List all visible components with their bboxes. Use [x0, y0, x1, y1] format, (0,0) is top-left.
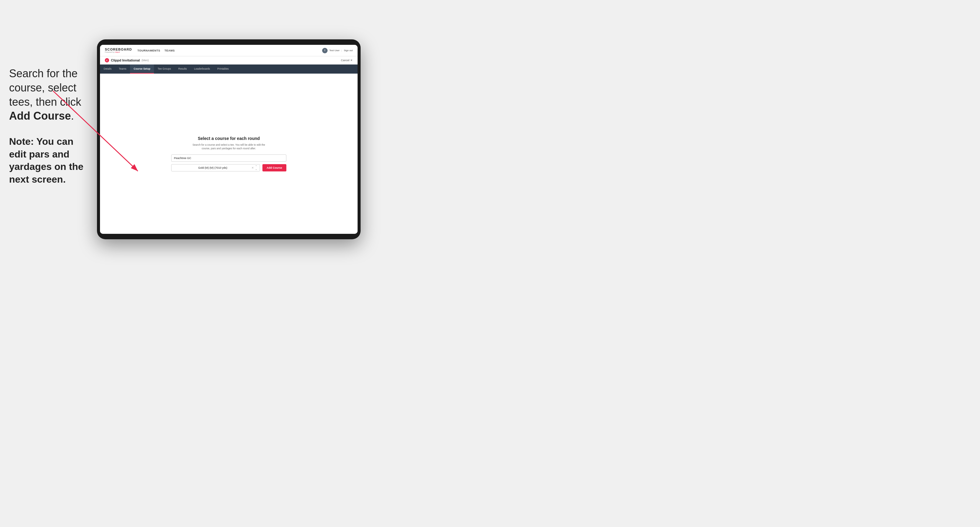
- tab-course-setup[interactable]: Course Setup: [130, 65, 154, 74]
- tee-select-row: Gold (M) (M) (7010 yds) ✕ ⌃⌄ Add Course: [171, 164, 286, 171]
- logo-text: SCOREBOARD: [105, 48, 132, 51]
- tab-printables[interactable]: Printables: [214, 65, 232, 74]
- navbar-right: T Test User | Sign out: [322, 48, 353, 53]
- sign-out-link[interactable]: Sign out: [344, 49, 353, 52]
- course-search-input[interactable]: [171, 154, 286, 162]
- tee-select-label: Gold (M) (M) (7010 yds): [174, 166, 251, 169]
- pipe: |: [342, 49, 342, 52]
- nav-links: TOURNAMENTS TEAMS: [137, 49, 175, 52]
- instruction-panel: Search for the course, select tees, then…: [9, 67, 99, 186]
- instruction-main: Search for the course, select tees, then…: [9, 67, 99, 123]
- select-course-card: Select a course for each round Search fo…: [171, 136, 286, 172]
- navbar-left: SCOREBOARD Powered by clippd TOURNAMENTS…: [105, 48, 175, 53]
- user-avatar: T: [322, 48, 328, 53]
- tee-select-controls: ✕ ⌃⌄: [251, 165, 257, 170]
- user-name: Test User: [329, 49, 340, 52]
- tab-results[interactable]: Results: [175, 65, 190, 74]
- tee-select-wrapper[interactable]: Gold (M) (M) (7010 yds) ✕ ⌃⌄: [171, 164, 260, 171]
- tablet-device: SCOREBOARD Powered by clippd TOURNAMENTS…: [97, 40, 361, 239]
- cancel-button[interactable]: Cancel ✕: [341, 59, 353, 62]
- instruction-note: Note: You can edit pars and yardages on …: [9, 135, 99, 186]
- logo-sub: Powered by clippd: [105, 51, 132, 53]
- tournament-title-row: C Clippd Invitational (Men): [105, 58, 149, 62]
- add-course-button[interactable]: Add Course: [262, 164, 286, 171]
- sub-nav: Details Teams Course Setup Tee Groups Re…: [100, 65, 358, 74]
- tee-clear-icon[interactable]: ✕: [251, 166, 254, 169]
- tournament-gender: (Men): [142, 59, 149, 62]
- select-course-title: Select a course for each round: [171, 136, 286, 141]
- nav-teams[interactable]: TEAMS: [165, 49, 175, 52]
- tee-arrows-icon[interactable]: ⌃⌄: [255, 165, 257, 170]
- nav-tournaments[interactable]: TOURNAMENTS: [137, 49, 160, 52]
- tab-leaderboards[interactable]: Leaderboards: [191, 65, 214, 74]
- main-content: Select a course for each round Search fo…: [100, 74, 358, 234]
- select-course-desc: Search for a course and select a tee. Yo…: [171, 143, 286, 151]
- tournament-header: C Clippd Invitational (Men) Cancel ✕: [100, 56, 358, 65]
- logo-area: SCOREBOARD Powered by clippd: [105, 48, 132, 53]
- clippd-icon: C: [105, 58, 109, 62]
- tab-details[interactable]: Details: [100, 65, 115, 74]
- tab-tee-groups[interactable]: Tee Groups: [154, 65, 175, 74]
- tablet-screen: SCOREBOARD Powered by clippd TOURNAMENTS…: [100, 45, 358, 234]
- navbar: SCOREBOARD Powered by clippd TOURNAMENTS…: [100, 45, 358, 56]
- tournament-name: Clippd Invitational: [111, 59, 140, 62]
- tab-teams[interactable]: Teams: [115, 65, 130, 74]
